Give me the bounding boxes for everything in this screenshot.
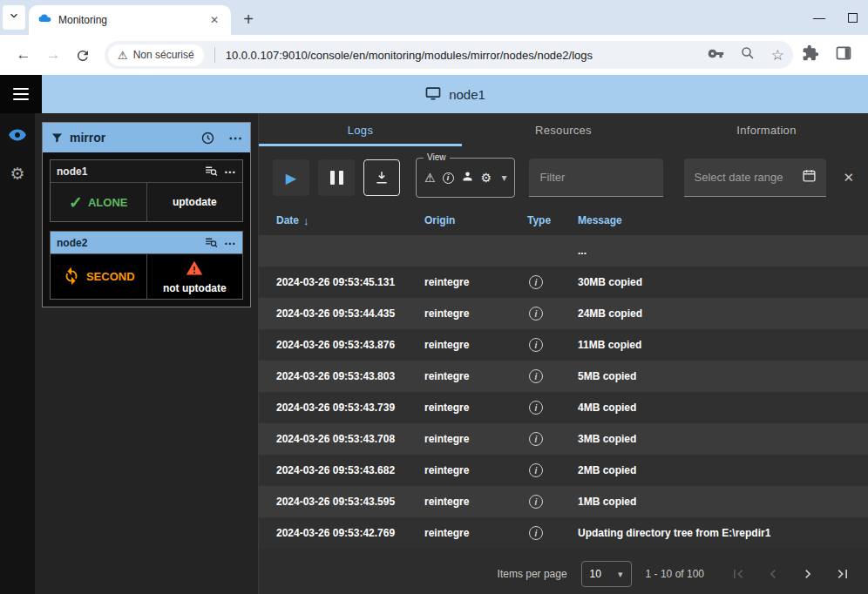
node-card-node2[interactable]: node2 ⋯ SECOND not uptodate [50, 231, 243, 300]
minimize-button[interactable]: — [813, 10, 825, 24]
app-body: ⚙ mirror ⋯ node1 ⋯ [0, 113, 868, 594]
warning-filter-icon: ⚠ [424, 171, 436, 185]
maximize-button[interactable] [848, 13, 858, 23]
side-panel-icon[interactable] [835, 44, 852, 65]
page-size-select[interactable]: 10 ▾ [581, 561, 632, 587]
bookmark-star-icon[interactable]: ☆ [771, 46, 784, 64]
date-range-field[interactable]: Select date range [684, 159, 826, 197]
node1-header: node1 ⋯ [51, 160, 242, 182]
module-card-mirror: mirror ⋯ node1 ⋯ ✓ [42, 122, 251, 307]
module-title: mirror [70, 131, 194, 145]
security-chip[interactable]: ⚠ Non sécurisé [108, 44, 204, 66]
log-table-row[interactable]: 2024-03-26 09:53:43.739 reintegre i 4MB … [259, 392, 868, 423]
log-message-cell: ... [578, 245, 868, 257]
log-type-cell: i [527, 432, 578, 446]
log-type-cell: i [527, 244, 578, 258]
tab-logs[interactable]: Logs [259, 113, 462, 146]
log-origin-cell: reintegre [424, 370, 527, 382]
log-table-row[interactable]: 2024-03-26 09:53:44.435 reintegre i 24MB… [259, 298, 868, 329]
log-type-cell: i [527, 275, 578, 289]
log-table-body: i ... 2024-03-26 09:53:45.131 reintegre … [259, 235, 868, 549]
log-type-cell: i [527, 369, 578, 383]
log-type-cell: i [527, 526, 578, 540]
log-table-row[interactable]: 2024-03-26 09:53:45.131 reintegre i 30MB… [259, 267, 868, 298]
module-menu-ellipsis-icon[interactable]: ⋯ [228, 130, 242, 146]
zoom-icon[interactable] [740, 45, 756, 64]
view-filter-select[interactable]: View ⚠ i ⚙ ▾ [416, 158, 515, 198]
column-header-date[interactable]: Date ↓ [276, 214, 424, 227]
log-date-cell: 2024-03-26 09:53:43.876 [276, 339, 424, 351]
log-table-row[interactable]: 2024-03-26 09:53:43.803 reintegre i 5MB … [259, 361, 868, 392]
filter-input[interactable] [529, 159, 663, 197]
password-key-icon[interactable] [708, 45, 724, 65]
tab-search-button[interactable] [3, 5, 25, 30]
log-message-cell: 2MB copied [578, 464, 868, 476]
module-card-header[interactable]: mirror ⋯ [43, 123, 250, 152]
security-label: Non sécurisé [133, 49, 194, 61]
url-text: 10.0.0.107:9010/console/en/monitoring/mo… [226, 49, 699, 62]
log-table-row[interactable]: i ... [259, 235, 868, 267]
download-button[interactable] [363, 159, 400, 196]
log-origin-cell: reintegre [424, 496, 527, 508]
tab-information[interactable]: Information [665, 113, 868, 146]
node2-state: SECOND [51, 254, 147, 299]
node1-menu-ellipsis-icon[interactable]: ⋯ [224, 165, 236, 179]
forward-button[interactable]: → [38, 46, 68, 64]
log-date-cell: 2024-03-26 09:53:44.435 [276, 307, 424, 320]
pause-button[interactable] [318, 159, 355, 196]
tab-close-icon[interactable]: ✕ [207, 12, 222, 28]
log-origin-cell: reintegre [424, 307, 527, 320]
new-tab-button[interactable]: + [236, 7, 261, 31]
toolbar-right-icons [800, 44, 859, 65]
node2-search-logs-icon[interactable] [204, 235, 219, 250]
info-icon: i [529, 401, 543, 415]
log-date-cell: 2024-03-26 09:53:43.708 [276, 433, 424, 445]
address-bar[interactable]: ⚠ Non sécurisé 10.0.0.107:9010/console/e… [105, 41, 793, 69]
date-clear-icon[interactable]: ✕ [843, 170, 854, 186]
log-message-cell: 24MB copied [578, 307, 868, 320]
column-header-origin[interactable]: Origin [424, 214, 527, 226]
info-icon: i [529, 275, 543, 289]
node1-status-label: uptodate [173, 196, 217, 208]
node1-search-logs-icon[interactable] [204, 164, 219, 179]
previous-page-button[interactable] [760, 561, 786, 587]
node-card-node1[interactable]: node1 ⋯ ✓ ALONE uptodate [50, 159, 243, 222]
reload-button[interactable] [68, 46, 98, 64]
last-page-button[interactable] [830, 561, 856, 587]
next-page-button[interactable] [795, 561, 821, 587]
extensions-puzzle-icon[interactable] [802, 44, 819, 65]
column-header-type[interactable]: Type [527, 214, 578, 226]
items-per-page-label: Items per page [498, 568, 567, 580]
hamburger-menu-button[interactable] [0, 75, 42, 113]
log-message-cell: Updating directory tree from E:\repdir1 [578, 527, 868, 539]
module-funnel-icon [51, 132, 64, 145]
browser-tab-monitoring[interactable]: Monitoring ✕ [29, 5, 231, 35]
app-title-bar: node1 [42, 75, 868, 113]
sort-desc-icon: ↓ [303, 214, 309, 227]
log-table-row[interactable]: 2024-03-26 09:53:43.708 reintegre i 3MB … [259, 423, 868, 455]
omnibox-icons: ☆ [708, 45, 784, 65]
tab-resources[interactable]: Resources [462, 113, 665, 146]
log-origin-cell: reintegre [424, 464, 527, 476]
node2-menu-ellipsis-icon[interactable]: ⋯ [224, 236, 236, 250]
info-icon: i [529, 432, 543, 446]
back-button[interactable]: ← [9, 46, 38, 64]
date-range-placeholder: Select date range [694, 171, 795, 184]
info-icon: i [529, 463, 543, 477]
play-button[interactable]: ▶ [273, 159, 309, 196]
eye-icon[interactable] [8, 125, 27, 148]
log-table-row[interactable]: 2024-03-26 09:53:43.682 reintegre i 2MB … [259, 455, 868, 486]
log-table-row[interactable]: 2024-03-26 09:53:43.876 reintegre i 11MB… [259, 329, 868, 361]
settings-gear-icon[interactable]: ⚙ [10, 164, 24, 184]
log-table-row[interactable]: 2024-03-26 09:53:43.595 reintegre i 1MB … [259, 486, 868, 517]
log-table: Date ↓ Origin Type Message i ... 2024-03… [259, 206, 868, 549]
first-page-button[interactable] [725, 561, 751, 587]
log-table-row[interactable]: 2024-03-26 09:53:42.769 reintegre i Upda… [259, 517, 868, 549]
check-icon: ✓ [69, 192, 83, 213]
log-type-cell: i [527, 463, 578, 477]
column-header-message[interactable]: Message [578, 214, 868, 226]
calendar-icon[interactable] [802, 168, 817, 186]
log-toolbar: ▶ View ⚠ i ⚙ ▾ Select date range ✕ [259, 146, 868, 206]
main-content: Logs Resources Information ▶ View ⚠ i ⚙ … [259, 113, 868, 594]
clock-icon[interactable] [200, 131, 215, 145]
